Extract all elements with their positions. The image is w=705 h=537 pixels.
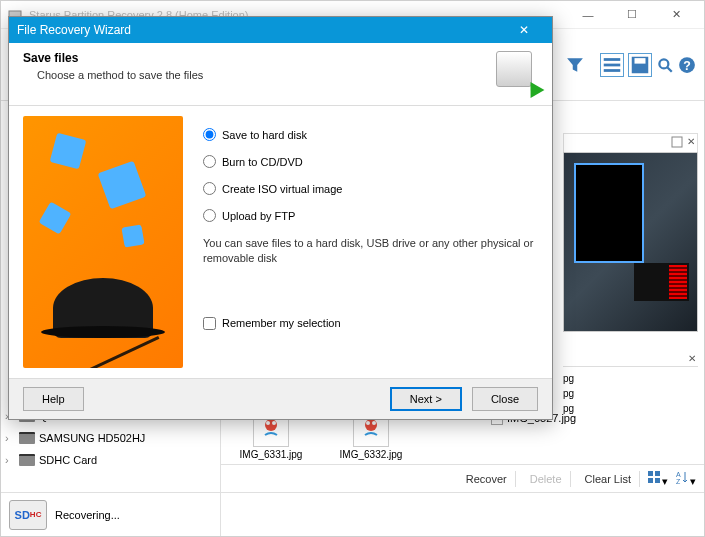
- view-mode-icon[interactable]: ▾: [646, 469, 668, 488]
- close-button[interactable]: Close: [472, 387, 538, 411]
- disk-icon: [19, 432, 35, 444]
- help-icon[interactable]: ?: [678, 56, 696, 74]
- svg-rect-1: [604, 58, 621, 61]
- chevron-right-icon[interactable]: ›: [5, 432, 15, 444]
- maximize-button[interactable]: ☐: [610, 1, 654, 29]
- tree-label: SAMSUNG HD502HJ: [39, 432, 145, 444]
- sort-icon[interactable]: AZ▾: [674, 469, 696, 488]
- status-text: Recovering...: [55, 509, 120, 521]
- wizard-subheading: Choose a method to save the files: [37, 69, 203, 81]
- sdhc-icon: SDHC: [9, 500, 47, 530]
- wizard-illustration: [23, 116, 183, 368]
- option-save-hdd[interactable]: Save to hard disk: [203, 128, 538, 141]
- radio-ftp[interactable]: [203, 209, 216, 222]
- svg-point-12: [266, 421, 270, 425]
- wizard-heading: Save files: [23, 51, 203, 65]
- svg-rect-5: [635, 58, 646, 64]
- wizard-titlebar[interactable]: File Recovery Wizard ✕: [9, 17, 552, 43]
- tree-label: SDHC Card: [39, 454, 97, 466]
- svg-rect-17: [648, 471, 653, 476]
- svg-point-14: [365, 419, 377, 431]
- tree-item[interactable]: › SAMSUNG HD502HJ: [1, 427, 220, 449]
- svg-line-7: [667, 67, 672, 72]
- radio-iso[interactable]: [203, 182, 216, 195]
- remember-checkbox-row[interactable]: Remember my selection: [203, 317, 538, 330]
- wizard-hint: You can save files to a hard disk, USB d…: [203, 236, 538, 267]
- clear-list-button[interactable]: Clear List: [577, 471, 640, 487]
- close-button[interactable]: ✕: [654, 1, 698, 29]
- wizard-close-button[interactable]: ✕: [504, 19, 544, 41]
- svg-text:A: A: [676, 471, 681, 478]
- svg-point-11: [265, 419, 277, 431]
- svg-rect-19: [648, 478, 653, 483]
- wizard-title-text: File Recovery Wizard: [17, 23, 131, 37]
- svg-rect-20: [655, 478, 660, 483]
- option-create-iso[interactable]: Create ISO virtual image: [203, 182, 538, 195]
- option-label: Save to hard disk: [222, 129, 307, 141]
- wizard-body: Save to hard disk Burn to CD/DVD Create …: [9, 106, 552, 378]
- svg-point-13: [272, 421, 276, 425]
- wizard-header: Save files Choose a method to save the f…: [9, 43, 552, 106]
- hard-disk-icon: [496, 51, 538, 93]
- status-bar: SDHC Recovering...: [1, 492, 704, 536]
- view-list-button[interactable]: [600, 53, 624, 77]
- recover-button[interactable]: Recover: [458, 471, 516, 487]
- disk-icon: [19, 454, 35, 466]
- svg-point-15: [366, 421, 370, 425]
- option-upload-ftp[interactable]: Upload by FTP: [203, 209, 538, 222]
- radio-hdd[interactable]: [203, 128, 216, 141]
- chevron-right-icon[interactable]: ›: [5, 454, 15, 466]
- thumbnail-caption: IMG_6332.jpg: [340, 449, 403, 460]
- svg-point-16: [372, 421, 376, 425]
- window-controls: — ☐ ✕: [566, 1, 698, 29]
- remember-checkbox[interactable]: [203, 317, 216, 330]
- delete-button[interactable]: Delete: [522, 471, 571, 487]
- wizard-options: Save to hard disk Burn to CD/DVD Create …: [203, 116, 538, 368]
- svg-point-6: [659, 59, 668, 68]
- svg-text:Z: Z: [676, 478, 681, 485]
- help-button[interactable]: Help: [23, 387, 84, 411]
- svg-text:?: ?: [683, 58, 691, 72]
- search-icon[interactable]: [656, 56, 674, 74]
- radio-cd[interactable]: [203, 155, 216, 168]
- next-button[interactable]: Next >: [390, 387, 462, 411]
- option-label: Upload by FTP: [222, 210, 295, 222]
- thumbnail-caption: IMG_6331.jpg: [240, 449, 303, 460]
- svg-rect-3: [604, 69, 621, 72]
- svg-rect-18: [655, 471, 660, 476]
- option-burn-cd[interactable]: Burn to CD/DVD: [203, 155, 538, 168]
- file-recovery-wizard: File Recovery Wizard ✕ Save files Choose…: [8, 16, 553, 420]
- option-label: Create ISO virtual image: [222, 183, 342, 195]
- wizard-footer: Help Next > Close: [9, 378, 552, 419]
- option-label: Burn to CD/DVD: [222, 156, 303, 168]
- svg-rect-2: [604, 63, 621, 66]
- remember-label: Remember my selection: [222, 317, 341, 329]
- action-bar: Recover Delete Clear List ▾ AZ▾: [221, 464, 704, 492]
- save-button[interactable]: [628, 53, 652, 77]
- tree-item[interactable]: › SDHC Card: [1, 449, 220, 471]
- minimize-button[interactable]: —: [566, 1, 610, 29]
- filter-icon[interactable]: [566, 56, 584, 74]
